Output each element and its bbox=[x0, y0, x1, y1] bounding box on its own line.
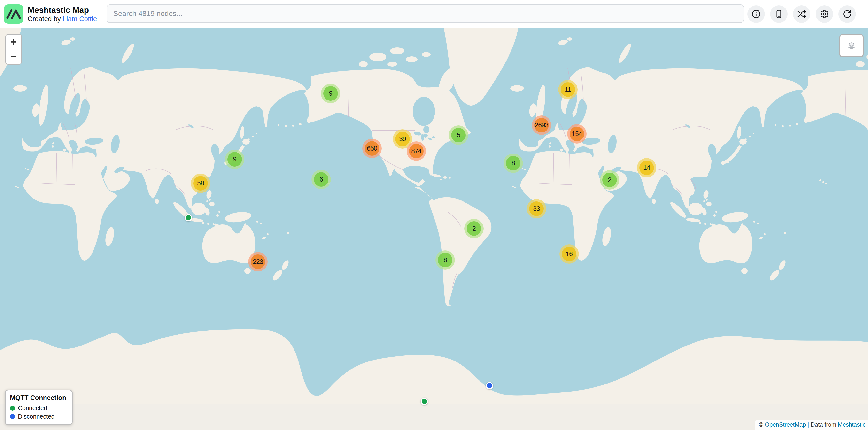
node-cluster[interactable]: 2 bbox=[464, 219, 484, 238]
settings-button[interactable] bbox=[816, 5, 833, 23]
cluster-count: 33 bbox=[533, 205, 540, 212]
cluster-count: 8 bbox=[512, 160, 515, 167]
refresh-button[interactable] bbox=[838, 5, 856, 23]
app-byline: Created by Liam Cottle bbox=[28, 15, 97, 23]
node-cluster[interactable]: 8 bbox=[503, 154, 523, 173]
cluster-count: 6 bbox=[319, 176, 323, 183]
random-node-button[interactable] bbox=[793, 5, 810, 23]
legend-dot bbox=[10, 405, 15, 410]
legend-items: ConnectedDisconnected bbox=[10, 405, 66, 420]
cluster-count: 58 bbox=[197, 180, 204, 187]
cluster-count: 5 bbox=[457, 131, 460, 139]
node-marker-connected[interactable] bbox=[185, 214, 192, 221]
node-cluster[interactable]: 16 bbox=[559, 244, 579, 264]
attribution: © OpenStreetMap | Data from Meshtastic bbox=[755, 420, 868, 430]
node-cluster[interactable]: 9 bbox=[225, 150, 244, 169]
cluster-count: 8 bbox=[443, 256, 447, 264]
info-button[interactable] bbox=[747, 5, 765, 23]
meshtastic-logo-icon bbox=[4, 4, 23, 24]
cluster-count: 16 bbox=[566, 250, 572, 258]
marker-layer: 911269315439565087498142586332168223 bbox=[0, 28, 868, 430]
node-cluster[interactable]: 33 bbox=[527, 199, 546, 219]
zoom-in-button[interactable]: + bbox=[6, 35, 21, 49]
legend-label: Disconnected bbox=[18, 413, 55, 420]
toolbar bbox=[747, 0, 856, 28]
gear-icon bbox=[820, 9, 829, 19]
mqtt-legend: MQTT Connection ConnectedDisconnected bbox=[5, 390, 73, 425]
node-cluster[interactable]: 223 bbox=[248, 252, 268, 271]
legend-label: Connected bbox=[18, 405, 47, 411]
mobile-icon bbox=[774, 9, 783, 19]
cluster-count: 650 bbox=[367, 145, 377, 152]
osm-link[interactable]: OpenStreetMap bbox=[765, 421, 806, 428]
cluster-count: 2 bbox=[472, 225, 476, 232]
map-canvas[interactable]: 911269315439565087498142586332168223 + −… bbox=[0, 28, 868, 430]
cluster-count: 2 bbox=[608, 176, 611, 184]
legend-dot bbox=[10, 414, 15, 419]
zoom-control: + − bbox=[5, 34, 22, 65]
node-cluster[interactable]: 11 bbox=[558, 80, 578, 99]
node-marker-connected[interactable] bbox=[421, 398, 428, 405]
node-cluster[interactable]: 14 bbox=[637, 158, 656, 177]
node-cluster[interactable]: 2 bbox=[600, 170, 619, 190]
mobile-device-button[interactable] bbox=[770, 5, 787, 23]
cluster-count: 39 bbox=[399, 135, 406, 143]
app-title: Meshtastic Map bbox=[28, 5, 97, 15]
brand-text: Meshtastic Map Created by Liam Cottle bbox=[28, 5, 97, 23]
node-cluster[interactable]: 9 bbox=[321, 84, 340, 103]
author-link[interactable]: Liam Cottle bbox=[63, 15, 97, 23]
cluster-count: 874 bbox=[411, 147, 422, 155]
layers-icon bbox=[844, 39, 859, 53]
node-cluster[interactable]: 58 bbox=[191, 174, 210, 193]
node-cluster[interactable]: 874 bbox=[407, 141, 426, 161]
node-marker-disconnected[interactable] bbox=[486, 382, 493, 389]
node-cluster[interactable]: 650 bbox=[362, 139, 382, 158]
attribution-middle: | Data from bbox=[806, 421, 838, 428]
cluster-count: 2693 bbox=[535, 122, 548, 129]
attribution-copyright: © bbox=[759, 421, 765, 428]
legend-row: Connected bbox=[10, 405, 66, 411]
byline-prefix: Created by bbox=[28, 15, 63, 23]
cluster-count: 223 bbox=[253, 258, 263, 266]
search-input[interactable] bbox=[106, 4, 744, 23]
shuffle-icon bbox=[797, 9, 806, 19]
node-cluster[interactable]: 6 bbox=[311, 170, 331, 189]
brand: Meshtastic Map Created by Liam Cottle bbox=[4, 0, 97, 28]
meshtastic-link[interactable]: Meshtastic bbox=[838, 421, 866, 428]
legend-title: MQTT Connection bbox=[10, 394, 66, 402]
refresh-icon bbox=[843, 9, 852, 19]
cluster-count: 154 bbox=[572, 130, 582, 138]
cluster-count: 9 bbox=[329, 90, 332, 97]
node-cluster[interactable]: 8 bbox=[435, 250, 455, 270]
info-icon bbox=[751, 9, 761, 19]
layers-control[interactable] bbox=[839, 34, 864, 57]
app-header: Meshtastic Map Created by Liam Cottle bbox=[0, 0, 868, 28]
cluster-count: 14 bbox=[643, 164, 650, 172]
node-cluster[interactable]: 2693 bbox=[532, 115, 551, 135]
legend-row: Disconnected bbox=[10, 413, 66, 420]
cluster-count: 11 bbox=[565, 86, 571, 94]
node-cluster[interactable]: 5 bbox=[449, 125, 468, 145]
cluster-count: 9 bbox=[233, 156, 237, 163]
zoom-out-button[interactable]: − bbox=[6, 49, 21, 64]
node-cluster[interactable]: 154 bbox=[567, 124, 587, 143]
